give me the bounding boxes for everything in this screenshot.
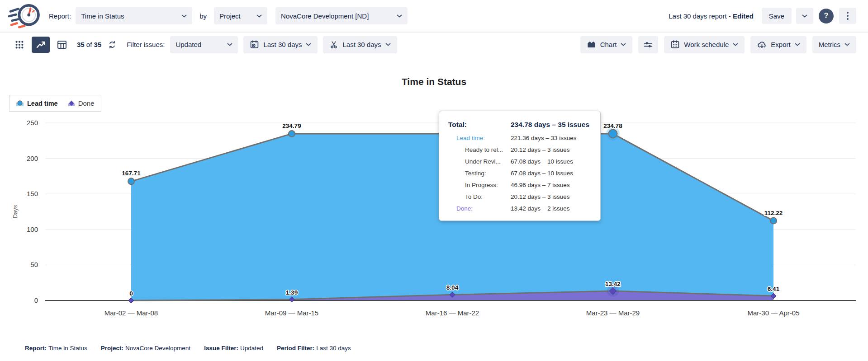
svg-text:Mar-30 — Apr-05: Mar-30 — Apr-05 [747,309,799,317]
by-label: by [199,12,207,20]
svg-text:112.22: 112.22 [764,210,783,216]
app-header: Report: Time in Status by Project NovaCo… [0,0,868,33]
tooltip-row-total: Total:234.78 days – 35 issues [448,118,592,131]
svg-text:250: 250 [27,119,38,127]
time-in-status-plot[interactable]: 050100150200250Days167.71234.79234.78112… [0,98,868,324]
scissors-icon [329,40,338,49]
issue-count: 35 of 35 [77,41,101,48]
project-select[interactable]: NovaCore Development [ND] [275,7,408,24]
chevron-down-icon [802,14,807,18]
grid-view-icon [14,40,24,50]
chart-area: Time in Status Lead time Done 0501001502… [0,56,868,324]
chart-title: Time in Status [0,76,868,87]
tooltip-row-ready-to-release: Ready to rel...20.12 days – 3 issues [448,144,592,156]
scope-select[interactable]: Project [214,7,267,24]
chevron-down-icon [256,14,262,18]
metrics-button[interactable]: Metrics [812,36,856,53]
svg-text:167.71: 167.71 [122,170,141,177]
filter-issues-label: Filter issues: [127,41,165,48]
footer-period-filter: Period Filter:Last 30 days [277,345,351,352]
chevron-down-icon [844,43,850,46]
help-button[interactable]: ? [819,9,834,23]
svg-text:Mar-09 — Mar-15: Mar-09 — Mar-15 [265,309,318,317]
toolbar: 35 of 35 Filter issues: Updated Last 30 … [0,33,868,56]
svg-text:150: 150 [27,190,38,197]
svg-text:13.42: 13.42 [605,281,621,287]
slice-filter-button[interactable]: Last 30 days [323,36,397,53]
footer-project: Project:NovaCore Development [101,345,190,352]
chevron-down-icon [397,14,402,18]
issue-filter-select[interactable]: Updated [170,36,238,53]
chevron-down-icon [795,43,800,46]
save-button[interactable]: Save [762,8,792,24]
chevron-down-icon [181,14,187,18]
line-chart-icon [35,39,46,50]
grid-view-button[interactable] [13,38,26,52]
chart-view-button[interactable] [32,37,50,53]
cloud-download-icon [757,40,767,50]
tooltip-row-to-do: To Do:20.12 days – 3 issues [448,191,592,203]
svg-text:Mar-23 — Mar-29: Mar-23 — Mar-29 [586,309,640,317]
chevron-down-icon [621,43,626,46]
report-type-select[interactable]: Time in Status [76,7,192,24]
chevron-down-icon [733,43,738,46]
tooltip-row-lead-time: Lead time:221.36 days – 33 issues [448,132,592,144]
footer-report: Report:Time in Status [25,345,87,352]
svg-text:1.39: 1.39 [286,289,298,296]
tooltip-row-under-review: Under Revi...67.08 days – 10 issues [448,156,592,168]
svg-text:8.04: 8.04 [446,284,459,291]
chart-tooltip: Total:234.78 days – 35 issues Lead time:… [439,111,601,221]
period-filter-button[interactable]: Last 30 days [243,36,318,53]
svg-text:50: 50 [30,261,38,268]
tooltip-row-in-progress: In Progress:46.96 days – 7 issues [448,179,592,191]
svg-text:200: 200 [27,155,38,162]
svg-text:Mar-02 — Mar-08: Mar-02 — Mar-08 [104,309,158,317]
svg-text:Mar-16 — Mar-22: Mar-16 — Mar-22 [426,309,479,317]
report-label: Report: [49,12,71,20]
svg-text:100: 100 [27,225,38,233]
calendar-icon [670,40,680,49]
table-view-button[interactable] [55,38,69,52]
app-logo-icon [8,3,42,29]
chevron-down-icon [385,43,391,46]
more-menu-button[interactable] [839,8,856,24]
refresh-button[interactable] [107,38,118,52]
svg-text:234.78: 234.78 [603,122,622,129]
chevron-down-icon [306,43,311,46]
save-options-button[interactable] [796,8,813,24]
sliders-icon [643,40,653,50]
svg-text:6.41: 6.41 [768,286,780,292]
footer-issue-filter: Issue Filter:Updated [204,345,263,352]
toolbar-right: Chart Work schedule E [580,36,856,53]
kebab-icon [847,12,849,20]
work-schedule-button[interactable]: Work schedule [664,36,745,53]
chart-type-button[interactable]: Chart [580,36,633,53]
area-chart-icon [587,40,596,49]
table-view-icon [57,39,67,50]
tooltip-row-done: Done:13.42 days – 2 issues [448,203,592,215]
report-summary-footer: Report:Time in Status Project:NovaCore D… [25,345,868,352]
report-status-text: Last 30 days report - Edited [669,12,754,20]
calendar-clock-icon [250,40,259,49]
refresh-icon [108,40,117,49]
svg-text:0: 0 [129,290,133,297]
chart-settings-button[interactable] [638,36,658,53]
svg-text:Days: Days [12,205,19,218]
chevron-down-icon [227,43,232,46]
tooltip-row-testing: Testing:67.08 days – 10 issues [448,168,592,179]
export-button[interactable]: Export [750,36,806,53]
svg-text:234.79: 234.79 [282,122,301,129]
svg-text:0: 0 [34,296,38,304]
